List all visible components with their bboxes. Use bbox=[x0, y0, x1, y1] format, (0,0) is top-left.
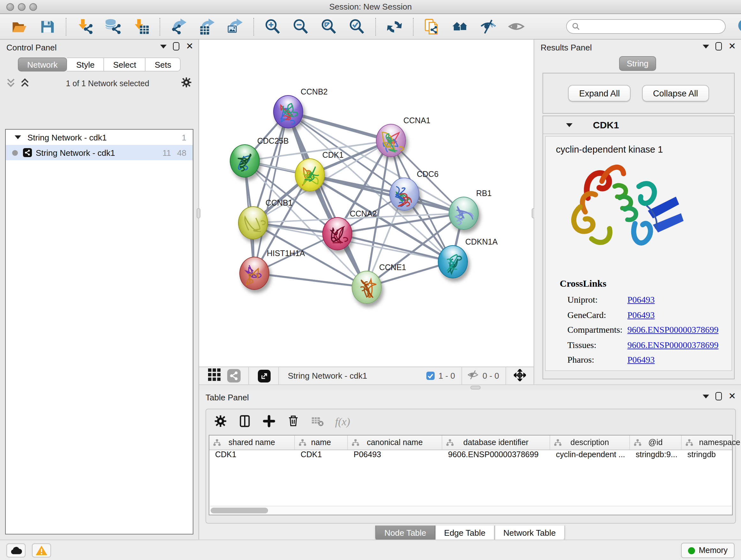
node-CCNB1[interactable] bbox=[238, 206, 268, 240]
collection-label: String Network - cdk1 bbox=[27, 132, 107, 142]
tab-network-table[interactable]: Network Table bbox=[494, 525, 564, 541]
expand-all-networks-icon[interactable] bbox=[20, 77, 29, 90]
export-network-icon[interactable] bbox=[170, 17, 188, 36]
node-CDC25B[interactable] bbox=[229, 144, 259, 178]
left-splitter-handle[interactable] bbox=[197, 208, 200, 219]
delete-table-icon[interactable] bbox=[311, 414, 324, 430]
column-header-canonical-name[interactable]: canonical name bbox=[348, 435, 442, 449]
gene-section-header[interactable]: CDK1 bbox=[543, 116, 734, 134]
cloud-button[interactable] bbox=[6, 543, 25, 557]
export-image-icon[interactable] bbox=[226, 17, 244, 36]
table-panel-float-icon[interactable] bbox=[716, 392, 722, 400]
tab-edge-table[interactable]: Edge Table bbox=[435, 525, 495, 541]
node-CCNA2[interactable] bbox=[322, 217, 352, 250]
table-row[interactable]: CDK1CDK1P064939606.ENSP00000378699cyclin… bbox=[209, 450, 732, 462]
table-options-gear-icon[interactable] bbox=[214, 414, 227, 430]
tab-node-table[interactable]: Node Table bbox=[375, 525, 435, 541]
collapse-all-button[interactable]: Collapse All bbox=[642, 85, 709, 102]
maximize-window-button[interactable] bbox=[29, 3, 37, 11]
collection-expand-icon[interactable] bbox=[15, 135, 21, 139]
table-panel-close-icon[interactable]: ✕ bbox=[729, 392, 736, 400]
minimize-window-button[interactable] bbox=[18, 3, 25, 11]
zoom-selected-icon[interactable] bbox=[348, 17, 366, 36]
import-network-file-icon[interactable] bbox=[76, 17, 94, 36]
column-header-database-identifier[interactable]: database identifier bbox=[442, 435, 550, 449]
edge-HIST1H1A-CCNE1[interactable] bbox=[254, 273, 366, 287]
crosslink-value-link[interactable]: P06493 bbox=[627, 355, 655, 365]
memory-button[interactable]: Memory bbox=[681, 543, 735, 558]
node-CCNA1[interactable] bbox=[376, 124, 406, 157]
node-HIST1H1A[interactable] bbox=[239, 257, 269, 290]
network-collection-row[interactable]: String Network - cdk1 1 bbox=[6, 130, 193, 145]
expand-all-button[interactable]: Expand All bbox=[568, 85, 631, 102]
first-neighbors-icon[interactable] bbox=[451, 17, 469, 36]
results-panel-menu-icon[interactable] bbox=[703, 44, 710, 48]
refresh-view-icon[interactable] bbox=[386, 17, 403, 36]
column-header-namespace[interactable]: namespace bbox=[682, 435, 741, 449]
network-options-gear-icon[interactable] bbox=[181, 77, 192, 91]
crosslink-value-link[interactable]: 9606.ENSP00000378699 bbox=[627, 325, 718, 335]
scrollbar-thumb[interactable] bbox=[211, 507, 268, 513]
save-session-icon[interactable] bbox=[38, 17, 56, 36]
results-panel-close-icon[interactable]: ✕ bbox=[729, 42, 736, 51]
crosslinks-title: CrossLinks bbox=[560, 278, 606, 289]
node-RB1[interactable] bbox=[448, 197, 478, 230]
node-CDKN1A[interactable] bbox=[437, 245, 468, 278]
control-panel-close-icon[interactable]: ✕ bbox=[186, 42, 193, 51]
tab-select[interactable]: Select bbox=[104, 57, 145, 71]
function-builder-icon[interactable]: f(x) bbox=[335, 416, 350, 428]
network-row[interactable]: String Network - cdk1 11 48 bbox=[6, 145, 193, 160]
zoom-fit-icon[interactable] bbox=[320, 17, 338, 36]
collapse-all-networks-icon[interactable] bbox=[6, 77, 15, 90]
open-in-window-icon[interactable] bbox=[258, 369, 271, 382]
main-area: Control Panel ✕ NetworkStyleSelectSets 1… bbox=[0, 40, 741, 540]
warning-button[interactable] bbox=[32, 543, 51, 557]
tab-sets[interactable]: Sets bbox=[146, 57, 181, 71]
help-button[interactable]: ? bbox=[737, 17, 741, 36]
tab-network[interactable]: Network bbox=[17, 57, 67, 71]
import-network-database-icon[interactable] bbox=[104, 17, 122, 36]
open-session-icon[interactable] bbox=[10, 17, 28, 36]
delete-column-icon[interactable] bbox=[286, 414, 300, 430]
node-CCNB2[interactable] bbox=[273, 95, 303, 128]
fit-selected-icon[interactable] bbox=[514, 369, 526, 383]
network-share-icon[interactable] bbox=[227, 369, 241, 382]
show-all-icon[interactable] bbox=[508, 17, 525, 36]
gene-collapse-icon[interactable] bbox=[566, 123, 572, 127]
node-CDC6[interactable] bbox=[389, 178, 419, 211]
birdseye-grid-icon[interactable] bbox=[208, 368, 221, 383]
crosslink-value-link[interactable]: P06493 bbox=[627, 295, 655, 305]
clone-network-icon[interactable] bbox=[423, 17, 441, 36]
horizontal-splitter[interactable] bbox=[199, 384, 741, 389]
results-panel-float-icon[interactable] bbox=[716, 42, 722, 51]
network-canvas[interactable]: CCNB2 CCNA1 CDC25B CDK1 CDC6 RB1 CCNB1 C… bbox=[199, 40, 534, 384]
zoom-in-icon[interactable] bbox=[264, 17, 281, 36]
column-header-shared-name[interactable]: shared name bbox=[209, 435, 295, 449]
add-column-icon[interactable] bbox=[262, 414, 276, 430]
tab-style[interactable]: Style bbox=[67, 57, 105, 71]
crosslink-value-link[interactable]: P06493 bbox=[627, 310, 655, 320]
selected-checkbox-icon[interactable] bbox=[426, 372, 434, 380]
zoom-out-icon[interactable] bbox=[292, 17, 310, 36]
show-columns-icon[interactable] bbox=[238, 414, 252, 430]
hidden-eye-icon[interactable] bbox=[467, 370, 479, 382]
control-panel-menu-icon[interactable] bbox=[160, 44, 167, 48]
crosslink-value-link[interactable]: 9606.ENSP00000378699 bbox=[627, 340, 718, 350]
close-window-button[interactable] bbox=[6, 3, 14, 11]
export-table-icon[interactable] bbox=[198, 17, 216, 36]
string-results-tab[interactable]: String bbox=[619, 56, 656, 71]
control-panel: Control Panel ✕ NetworkStyleSelectSets 1… bbox=[0, 40, 199, 540]
table-horizontal-scrollbar[interactable] bbox=[210, 506, 731, 514]
control-panel-float-icon[interactable] bbox=[173, 42, 180, 51]
splitter-handle[interactable] bbox=[470, 386, 480, 389]
import-table-file-icon[interactable] bbox=[132, 17, 150, 36]
node-CCNE1[interactable] bbox=[351, 271, 381, 304]
column-header-description[interactable]: description bbox=[550, 435, 630, 449]
column-header--id[interactable]: @id bbox=[630, 435, 682, 449]
node-CDK1[interactable] bbox=[294, 159, 325, 192]
column-header-name[interactable]: name bbox=[295, 435, 348, 449]
network-node-count: 11 bbox=[162, 148, 171, 158]
search-box[interactable] bbox=[566, 19, 726, 34]
hide-selected-icon[interactable] bbox=[479, 17, 497, 36]
table-panel-menu-icon[interactable] bbox=[703, 394, 710, 398]
